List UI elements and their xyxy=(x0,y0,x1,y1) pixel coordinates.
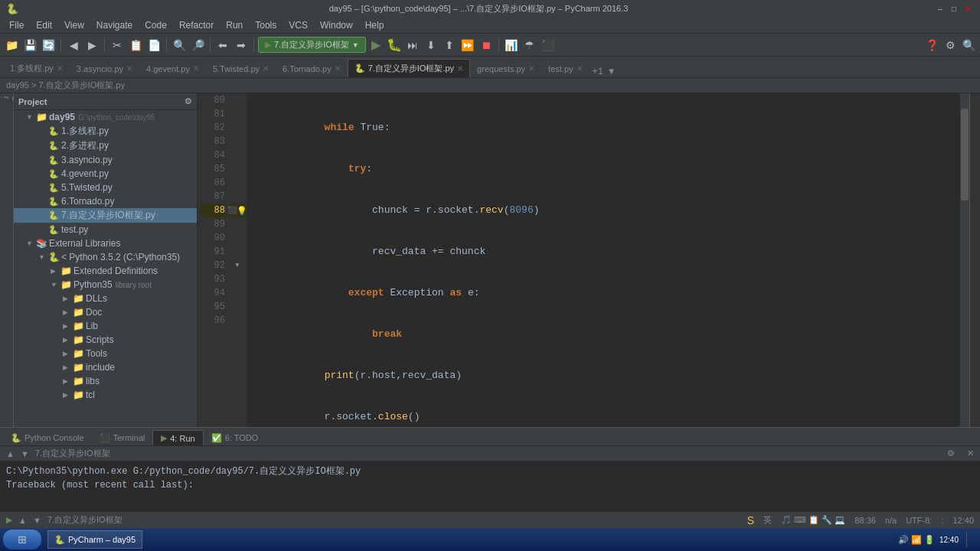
tree-item-day95[interactable]: ▼ 📁 day95 G:\python_code\day95 xyxy=(14,110,197,124)
line-sep-indicator[interactable]: : xyxy=(941,516,943,525)
toolbar-save[interactable]: 💾 xyxy=(21,37,38,54)
toolbar-cut[interactable]: ✂ xyxy=(109,37,126,54)
run-status-icon[interactable]: ▶ xyxy=(6,515,12,525)
tree-item-4[interactable]: 🐍 4.gevent.py xyxy=(14,167,197,181)
tab-5twisted[interactable]: 5.Twisted.py ✕ xyxy=(206,59,276,77)
coverage-button[interactable]: ☂ xyxy=(521,37,538,54)
tree-item-3[interactable]: 🐍 3.asyncio.py xyxy=(14,153,197,167)
tab-1[interactable]: 1.多线程.py ✕ xyxy=(3,59,70,77)
tab-7async[interactable]: 🐍 7.自定义异步IO框架.py ✕ xyxy=(348,59,470,77)
menu-code[interactable]: Code xyxy=(139,18,173,32)
run-config-selector[interactable]: ▶ 7.自定义异步IO框架 ▼ xyxy=(258,37,366,53)
toolbar-nav-fwd[interactable]: ➡ xyxy=(233,37,250,54)
step-out[interactable]: ⬆ xyxy=(441,37,458,54)
menu-file[interactable]: File xyxy=(3,18,30,32)
bottom-tab-terminal[interactable]: ⬛ Terminal xyxy=(92,430,153,445)
editor-scrollbar[interactable] xyxy=(960,93,969,427)
run-status-down[interactable]: ▼ xyxy=(33,516,41,525)
toolbar-search[interactable]: 🔍 xyxy=(171,37,188,54)
toolbar-copy[interactable]: 📋 xyxy=(127,37,144,54)
tab-4gevent[interactable]: 4.gevent.py ✕ xyxy=(139,59,206,77)
tab-grequests-close[interactable]: ✕ xyxy=(528,64,534,73)
toolbar-nav-back[interactable]: ⬅ xyxy=(214,37,231,54)
tree-item-extlibs[interactable]: ▼ 📚 External Libraries xyxy=(14,236,197,250)
lang-indicator[interactable]: 英 xyxy=(763,514,772,526)
tree-item-extdef[interactable]: ▶ 📁 Extended Definitions xyxy=(14,264,197,278)
tree-item-1[interactable]: 🐍 1.多线程.py xyxy=(14,124,197,139)
run-settings-icon[interactable]: ⚙ xyxy=(947,448,955,458)
code-content[interactable]: while True: try: chunck = r.socket.recv(… xyxy=(247,93,960,427)
scrollbar-thumb[interactable] xyxy=(961,109,969,201)
tree-item-6[interactable]: 🐍 6.Tornado.py xyxy=(14,194,197,208)
bottom-tab-todo[interactable]: ✅ 6: TODO xyxy=(204,430,266,445)
resume[interactable]: ⏩ xyxy=(459,37,476,54)
tree-item-tcl[interactable]: ▶ 📁 tcl xyxy=(14,388,197,402)
tree-item-scripts[interactable]: ▶ 📁 Scripts xyxy=(14,333,197,347)
help-button[interactable]: ❓ xyxy=(923,37,940,54)
tab-test[interactable]: test.py ✕ xyxy=(541,59,589,77)
menu-window[interactable]: Window xyxy=(314,18,359,32)
bottom-tab-console[interactable]: 🐍 Python Console xyxy=(3,430,92,445)
tree-item-include[interactable]: ▶ 📁 include xyxy=(14,360,197,374)
toolbar-back[interactable]: ◀ xyxy=(65,37,82,54)
settings-button[interactable]: ⚙ xyxy=(942,37,959,54)
toolbar-replace[interactable]: 🔎 xyxy=(189,37,206,54)
stop-button[interactable]: ⏹ xyxy=(478,37,495,54)
run-button[interactable]: ▶ xyxy=(368,37,384,54)
show-desktop[interactable] xyxy=(966,532,971,547)
tree-item-doc[interactable]: ▶ 📁 Doc xyxy=(14,305,197,319)
toolbar-open-folder[interactable]: 📁 xyxy=(3,37,20,54)
run-up-icon[interactable]: ▲ xyxy=(6,449,15,458)
tab-3asyncio-close[interactable]: ✕ xyxy=(126,64,132,73)
tree-item-dlls[interactable]: ▶ 📁 DLLs xyxy=(14,292,197,305)
tab-5twisted-close[interactable]: ✕ xyxy=(263,64,269,73)
run-down-icon[interactable]: ▼ xyxy=(21,449,29,458)
start-button[interactable]: ⊞ xyxy=(3,530,41,549)
menu-edit[interactable]: Edit xyxy=(30,18,58,32)
tree-item-test[interactable]: 🐍 test.py xyxy=(14,223,197,236)
run-status-up[interactable]: ▲ xyxy=(18,516,27,525)
menu-tools[interactable]: Tools xyxy=(249,18,283,32)
profile-button[interactable]: 📊 xyxy=(503,37,520,54)
step-into[interactable]: ⬇ xyxy=(423,37,439,54)
menu-refactor[interactable]: Refactor xyxy=(173,18,220,32)
menu-view[interactable]: View xyxy=(58,18,90,32)
tab-overflow[interactable]: +1 ▼ xyxy=(590,67,618,77)
step-over[interactable]: ⏭ xyxy=(404,37,421,54)
project-settings-icon[interactable]: ⚙ xyxy=(185,96,192,106)
tree-item-libs[interactable]: ▶ 📁 libs xyxy=(14,374,197,388)
tree-item-py35lib[interactable]: ▼ 📁 Python35 library root xyxy=(14,278,197,292)
toolbar-paste[interactable]: 📄 xyxy=(145,37,162,54)
tree-item-7[interactable]: 🐍 7.自定义异步IO框架.py xyxy=(14,208,197,223)
tab-6tornado-close[interactable]: ✕ xyxy=(335,64,341,73)
taskbar-item-pycharm[interactable]: 🐍 PyCharm – day95 xyxy=(47,530,142,549)
tree-item-python35[interactable]: ▼ 🐍 < Python 3.5.2 (C:\Python35) xyxy=(14,250,197,264)
run-close-icon[interactable]: ✕ xyxy=(967,448,974,458)
menu-run[interactable]: Run xyxy=(220,18,249,32)
debug-button[interactable]: 🐛 xyxy=(386,37,403,54)
maximize-button[interactable]: □ xyxy=(948,2,960,15)
tree-item-lib[interactable]: ▶ 📁 Lib xyxy=(14,319,197,333)
tab-6tornado[interactable]: 6.Tornado.py ✕ xyxy=(276,59,348,77)
tab-3asyncio[interactable]: 3.asyncio.py ✕ xyxy=(70,59,139,77)
encoding-indicator[interactable]: UTF-8: xyxy=(906,516,932,525)
bottom-tab-run[interactable]: ▶ 4: Run xyxy=(152,430,203,445)
tree-item-5[interactable]: 🐍 5.Twisted.py xyxy=(14,181,197,194)
tab-test-close[interactable]: ✕ xyxy=(577,64,583,73)
close-button[interactable]: ✕ xyxy=(962,2,974,15)
menu-navigate[interactable]: Navigate xyxy=(90,18,139,32)
tab-1-close[interactable]: ✕ xyxy=(57,64,63,73)
toolbar-forward[interactable]: ▶ xyxy=(83,37,100,54)
tab-4gevent-close[interactable]: ✕ xyxy=(193,64,199,73)
tab-7async-close[interactable]: ✕ xyxy=(457,64,463,73)
toolbar-sync[interactable]: 🔄 xyxy=(40,37,57,54)
minimize-button[interactable]: – xyxy=(934,2,946,15)
search-everywhere[interactable]: 🔍 xyxy=(960,37,977,54)
menu-vcs[interactable]: VCS xyxy=(283,18,314,32)
tab-grequests[interactable]: grequests.py ✕ xyxy=(470,59,541,77)
fold-icon[interactable]: ▼ xyxy=(235,262,239,269)
terminal-button[interactable]: ⬛ xyxy=(540,37,557,54)
tree-item-2[interactable]: 🐍 2.多进程.py xyxy=(14,139,197,153)
menu-help[interactable]: Help xyxy=(359,18,390,32)
tree-item-tools[interactable]: ▶ 📁 Tools xyxy=(14,347,197,360)
